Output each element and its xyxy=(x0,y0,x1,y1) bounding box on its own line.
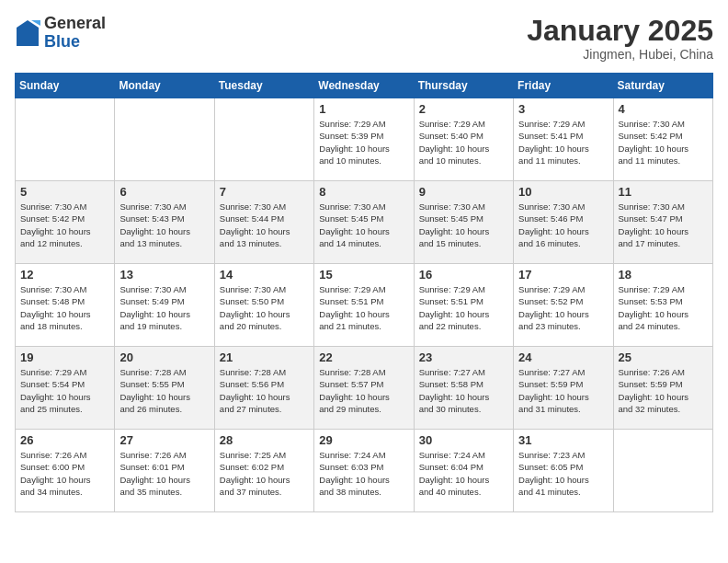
calendar-week-4: 19Sunrise: 7:29 AM Sunset: 5:54 PM Dayli… xyxy=(16,347,713,430)
day-number: 28 xyxy=(220,433,309,447)
weekday-header-tuesday: Tuesday xyxy=(214,74,313,98)
calendar-cell xyxy=(16,98,115,181)
calendar-week-3: 12Sunrise: 7:30 AM Sunset: 5:48 PM Dayli… xyxy=(16,264,713,347)
day-info: Sunrise: 7:27 AM Sunset: 5:58 PM Dayligh… xyxy=(419,366,508,415)
day-number: 2 xyxy=(419,102,508,116)
day-number: 14 xyxy=(220,268,309,282)
weekday-header-monday: Monday xyxy=(115,74,214,98)
calendar-cell: 22Sunrise: 7:28 AM Sunset: 5:57 PM Dayli… xyxy=(314,347,414,430)
calendar-week-5: 26Sunrise: 7:26 AM Sunset: 6:00 PM Dayli… xyxy=(16,430,713,512)
day-number: 8 xyxy=(319,185,408,199)
day-number: 5 xyxy=(20,185,109,199)
day-info: Sunrise: 7:24 AM Sunset: 6:04 PM Dayligh… xyxy=(419,449,508,498)
calendar-cell: 8Sunrise: 7:30 AM Sunset: 5:45 PM Daylig… xyxy=(314,181,414,264)
day-number: 24 xyxy=(518,350,608,364)
day-info: Sunrise: 7:29 AM Sunset: 5:39 PM Dayligh… xyxy=(319,118,408,167)
day-info: Sunrise: 7:29 AM Sunset: 5:54 PM Dayligh… xyxy=(20,366,109,415)
day-number: 1 xyxy=(319,102,408,116)
header: General Blue January 2025 Jingmen, Hubei… xyxy=(15,15,713,62)
svg-marker-0 xyxy=(17,20,39,46)
calendar-cell: 7Sunrise: 7:30 AM Sunset: 5:44 PM Daylig… xyxy=(214,181,313,264)
day-info: Sunrise: 7:30 AM Sunset: 5:46 PM Dayligh… xyxy=(518,201,608,249)
day-info: Sunrise: 7:26 AM Sunset: 6:01 PM Dayligh… xyxy=(119,449,209,498)
day-info: Sunrise: 7:28 AM Sunset: 5:56 PM Dayligh… xyxy=(220,366,309,415)
calendar-cell: 18Sunrise: 7:29 AM Sunset: 5:53 PM Dayli… xyxy=(613,264,712,347)
calendar-cell: 6Sunrise: 7:30 AM Sunset: 5:43 PM Daylig… xyxy=(115,181,214,264)
day-number: 9 xyxy=(419,185,508,199)
day-number: 13 xyxy=(119,268,209,282)
day-info: Sunrise: 7:30 AM Sunset: 5:50 PM Dayligh… xyxy=(220,283,309,332)
day-info: Sunrise: 7:30 AM Sunset: 5:42 PM Dayligh… xyxy=(619,118,708,167)
calendar-table: SundayMondayTuesdayWednesdayThursdayFrid… xyxy=(15,73,713,512)
day-number: 16 xyxy=(419,268,508,282)
title-section: January 2025 Jingmen, Hubei, China xyxy=(527,15,713,62)
day-number: 31 xyxy=(518,433,608,447)
day-info: Sunrise: 7:29 AM Sunset: 5:51 PM Dayligh… xyxy=(319,283,408,332)
day-info: Sunrise: 7:30 AM Sunset: 5:45 PM Dayligh… xyxy=(419,201,508,249)
month-title: January 2025 xyxy=(527,15,713,47)
location: Jingmen, Hubei, China xyxy=(527,47,713,62)
day-number: 4 xyxy=(619,102,708,116)
calendar-cell: 20Sunrise: 7:28 AM Sunset: 5:55 PM Dayli… xyxy=(115,347,214,430)
day-number: 27 xyxy=(119,433,209,447)
calendar-cell: 5Sunrise: 7:30 AM Sunset: 5:42 PM Daylig… xyxy=(16,181,115,264)
calendar-cell xyxy=(613,430,712,512)
day-info: Sunrise: 7:30 AM Sunset: 5:47 PM Dayligh… xyxy=(619,201,708,249)
calendar-cell: 16Sunrise: 7:29 AM Sunset: 5:51 PM Dayli… xyxy=(414,264,513,347)
calendar-cell: 3Sunrise: 7:29 AM Sunset: 5:41 PM Daylig… xyxy=(514,98,613,181)
calendar-cell: 23Sunrise: 7:27 AM Sunset: 5:58 PM Dayli… xyxy=(414,347,513,430)
day-number: 7 xyxy=(220,185,309,199)
calendar-cell: 11Sunrise: 7:30 AM Sunset: 5:47 PM Dayli… xyxy=(613,181,712,264)
day-number: 20 xyxy=(119,350,209,364)
day-number: 12 xyxy=(20,268,109,282)
calendar-week-2: 5Sunrise: 7:30 AM Sunset: 5:42 PM Daylig… xyxy=(16,181,713,264)
weekday-header-thursday: Thursday xyxy=(414,74,513,98)
day-info: Sunrise: 7:29 AM Sunset: 5:40 PM Dayligh… xyxy=(419,118,508,167)
logo-blue-text: Blue xyxy=(44,33,106,52)
day-info: Sunrise: 7:23 AM Sunset: 6:05 PM Dayligh… xyxy=(518,449,608,498)
calendar-cell: 25Sunrise: 7:26 AM Sunset: 5:59 PM Dayli… xyxy=(613,347,712,430)
day-info: Sunrise: 7:27 AM Sunset: 5:59 PM Dayligh… xyxy=(518,366,608,415)
day-number: 25 xyxy=(619,350,708,364)
calendar-cell: 2Sunrise: 7:29 AM Sunset: 5:40 PM Daylig… xyxy=(414,98,513,181)
day-number: 21 xyxy=(220,350,309,364)
weekday-header-sunday: Sunday xyxy=(16,74,115,98)
day-info: Sunrise: 7:30 AM Sunset: 5:42 PM Dayligh… xyxy=(20,201,109,249)
day-number: 17 xyxy=(518,268,608,282)
day-info: Sunrise: 7:26 AM Sunset: 6:00 PM Dayligh… xyxy=(20,449,109,498)
calendar-cell: 9Sunrise: 7:30 AM Sunset: 5:45 PM Daylig… xyxy=(414,181,513,264)
day-info: Sunrise: 7:30 AM Sunset: 5:43 PM Dayligh… xyxy=(119,201,209,249)
day-info: Sunrise: 7:30 AM Sunset: 5:48 PM Dayligh… xyxy=(20,283,109,332)
weekday-header-row: SundayMondayTuesdayWednesdayThursdayFrid… xyxy=(16,74,713,98)
calendar-cell: 15Sunrise: 7:29 AM Sunset: 5:51 PM Dayli… xyxy=(314,264,414,347)
day-info: Sunrise: 7:28 AM Sunset: 5:57 PM Dayligh… xyxy=(319,366,408,415)
day-info: Sunrise: 7:30 AM Sunset: 5:45 PM Dayligh… xyxy=(319,201,408,249)
calendar-cell: 31Sunrise: 7:23 AM Sunset: 6:05 PM Dayli… xyxy=(514,430,613,512)
calendar-cell: 14Sunrise: 7:30 AM Sunset: 5:50 PM Dayli… xyxy=(214,264,313,347)
logo-general-text: General xyxy=(44,15,106,33)
day-info: Sunrise: 7:29 AM Sunset: 5:51 PM Dayligh… xyxy=(419,283,508,332)
logo-icon xyxy=(15,18,40,48)
calendar-week-1: 1Sunrise: 7:29 AM Sunset: 5:39 PM Daylig… xyxy=(16,98,713,181)
calendar-cell xyxy=(214,98,313,181)
day-number: 10 xyxy=(518,185,608,199)
calendar-cell: 17Sunrise: 7:29 AM Sunset: 5:52 PM Dayli… xyxy=(514,264,613,347)
day-number: 6 xyxy=(119,185,209,199)
day-number: 23 xyxy=(419,350,508,364)
day-number: 18 xyxy=(619,268,708,282)
weekday-header-wednesday: Wednesday xyxy=(314,74,414,98)
calendar-cell: 28Sunrise: 7:25 AM Sunset: 6:02 PM Dayli… xyxy=(214,430,313,512)
day-info: Sunrise: 7:29 AM Sunset: 5:53 PM Dayligh… xyxy=(619,283,708,332)
calendar-cell: 26Sunrise: 7:26 AM Sunset: 6:00 PM Dayli… xyxy=(16,430,115,512)
logo: General Blue xyxy=(15,15,106,52)
day-info: Sunrise: 7:29 AM Sunset: 5:41 PM Dayligh… xyxy=(518,118,608,167)
day-number: 3 xyxy=(518,102,608,116)
day-number: 15 xyxy=(319,268,408,282)
calendar-cell: 4Sunrise: 7:30 AM Sunset: 5:42 PM Daylig… xyxy=(613,98,712,181)
day-info: Sunrise: 7:24 AM Sunset: 6:03 PM Dayligh… xyxy=(319,449,408,498)
calendar-cell xyxy=(115,98,214,181)
day-number: 19 xyxy=(20,350,109,364)
day-number: 11 xyxy=(619,185,708,199)
calendar-cell: 24Sunrise: 7:27 AM Sunset: 5:59 PM Dayli… xyxy=(514,347,613,430)
day-info: Sunrise: 7:25 AM Sunset: 6:02 PM Dayligh… xyxy=(220,449,309,498)
